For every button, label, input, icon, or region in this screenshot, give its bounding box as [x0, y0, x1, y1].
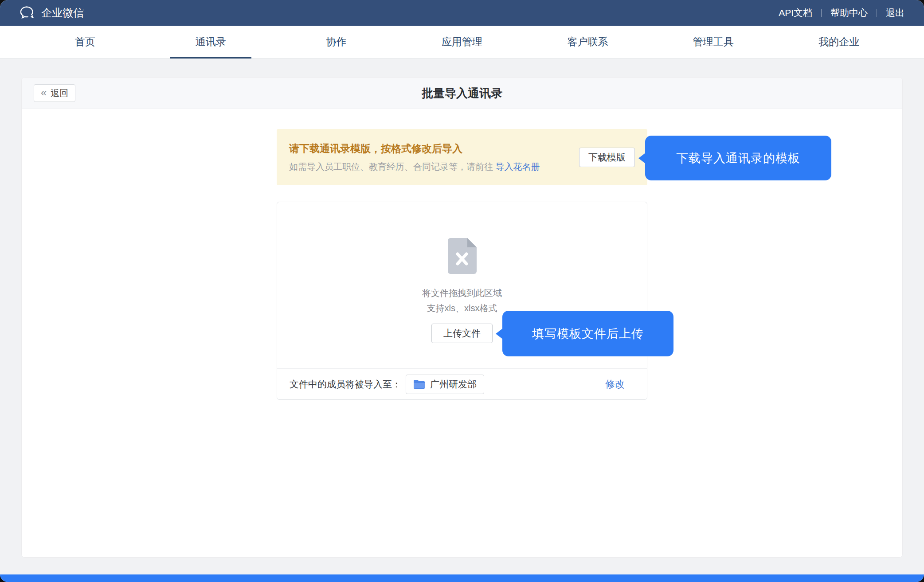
folder-icon [413, 379, 425, 389]
destination-department: 广州研发部 [406, 375, 484, 394]
download-template-button[interactable]: 下载模版 [579, 148, 635, 167]
brand-name: 企业微信 [41, 6, 84, 20]
double-left-chevron-icon: « [41, 87, 47, 98]
tab-management-tools[interactable]: 管理工具 [650, 26, 776, 58]
modify-destination-link[interactable]: 修改 [605, 378, 625, 391]
download-tip-callout: 下载导入通讯录的模板 [645, 136, 831, 180]
upload-tip-callout: 填写模板文件后上传 [502, 311, 673, 356]
tab-contacts[interactable]: 通讯录 [148, 26, 273, 58]
tab-home[interactable]: 首页 [22, 26, 148, 58]
topbar-links: API文档 帮助中心 退出 [779, 7, 904, 19]
tab-my-company[interactable]: 我的企业 [776, 26, 902, 58]
back-button[interactable]: « 返回 [34, 84, 75, 102]
notice-title: 请下载通讯录模版，按格式修改后导入 [289, 142, 540, 156]
topbar: 企业微信 API文档 帮助中心 退出 [0, 0, 924, 26]
logout-link[interactable]: 退出 [886, 7, 904, 19]
wecom-admin-window: 企业微信 API文档 帮助中心 退出 首页 通讯录 协作 应用管理 客户联系 管… [0, 0, 924, 582]
main-nav: 首页 通讯录 协作 应用管理 客户联系 管理工具 我的企业 [0, 26, 924, 59]
wecom-logo-icon [20, 6, 35, 20]
destination-label: 文件中的成员将被导入至： [290, 378, 401, 391]
back-button-label: 返回 [51, 87, 68, 99]
destination-department-name: 广州研发部 [430, 378, 477, 391]
help-center-link[interactable]: 帮助中心 [830, 7, 868, 19]
drag-hint-text: 将文件拖拽到此区域 [277, 287, 647, 299]
content-area: « 返回 批量导入通讯录 请下载通讯录模版，按格式修改后导入 如需导入员工职位、… [0, 59, 924, 574]
notice-subtext-prefix: 如需导入员工职位、教育经历、合同记录等，请前往 [289, 162, 496, 172]
brand[interactable]: 企业微信 [20, 6, 84, 20]
bottom-accent-strip [0, 574, 924, 582]
tab-app-management[interactable]: 应用管理 [399, 26, 525, 58]
notice-subtext: 如需导入员工职位、教育经历、合同记录等，请前往 导入花名册 [289, 161, 540, 173]
file-dropzone[interactable]: 将文件拖拽到此区域 支持xls、xlsx格式 上传文件 文件中的成员将被导入至：… [277, 202, 647, 400]
notice-text: 请下载通讯录模版，按格式修改后导入 如需导入员工职位、教育经历、合同记录等，请前… [289, 142, 540, 173]
import-card: « 返回 批量导入通讯录 请下载通讯录模版，按格式修改后导入 如需导入员工职位、… [21, 77, 903, 558]
api-docs-link[interactable]: API文档 [779, 7, 812, 19]
tab-collaboration[interactable]: 协作 [274, 26, 399, 58]
import-roster-link[interactable]: 导入花名册 [496, 162, 540, 172]
tab-customer-contact[interactable]: 客户联系 [525, 26, 650, 58]
excel-file-icon [447, 238, 477, 274]
separator [821, 9, 822, 17]
upload-file-button[interactable]: 上传文件 [431, 324, 493, 343]
separator [877, 9, 877, 17]
page-header: « 返回 批量导入通讯录 [22, 78, 902, 109]
page-title: 批量导入通讯录 [422, 86, 502, 101]
import-destination-row: 文件中的成员将被导入至： 广州研发部 修改 [277, 368, 647, 399]
template-notice: 请下载通讯录模版，按格式修改后导入 如需导入员工职位、教育经历、合同记录等，请前… [277, 129, 647, 185]
